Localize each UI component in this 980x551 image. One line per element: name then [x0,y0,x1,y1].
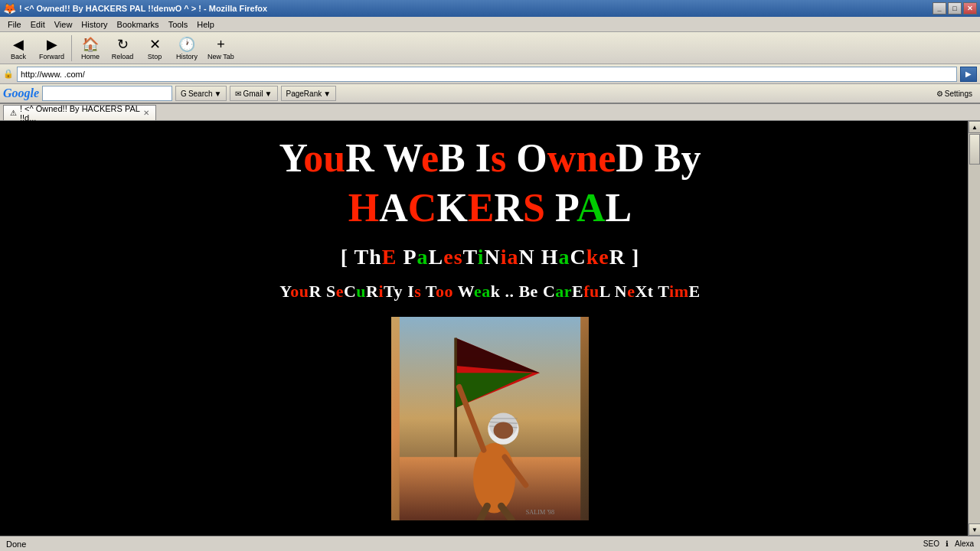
svg-point-6 [473,443,515,514]
gmail-icon: ✉ [235,90,241,98]
forward-label: Forward [39,53,64,60]
title-I: I [475,136,491,180]
page-title-line2: HACKERS PAL [348,186,632,230]
google-toolbar: Google G Search ▼ ✉ Gmail ▼ PageRank ▼ ⚙… [0,84,980,104]
back-button[interactable]: ◀ Back [3,34,34,63]
content-area: YouR WeB Is OwneD By HACKERS PAL [ ThE P… [0,121,980,536]
search-dropdown-icon: ▼ [214,90,222,98]
title-By: By [655,136,701,180]
svg-text:SALIM '98: SALIM '98 [526,510,554,517]
menu-help[interactable]: Help [192,18,219,31]
forward-icon: ▶ [47,36,57,53]
title-P: P [555,186,577,230]
menu-view[interactable]: View [50,18,77,31]
new-tab-label: New Tab [207,53,234,60]
home-label: Home [81,53,100,60]
addressbar: 🔒 http://www. .com/ ▶ [0,64,980,84]
search-icon: G [181,90,187,98]
firefox-icon: 🦊 [3,2,16,15]
scroll-up-button[interactable]: ▲ [969,121,980,133]
gmail-label: Gmail [243,90,263,98]
gmail-dropdown-icon: ▼ [265,90,273,98]
title-A2: A [577,186,606,230]
title-ou: ou [303,136,345,180]
history-label: History [176,53,198,60]
title-e: e [421,136,439,180]
pagerank-label: PageRank [286,90,322,98]
settings-label: Settings [945,90,972,98]
title-K: K [436,186,467,230]
go-button[interactable]: ▶ [960,67,977,82]
menu-history[interactable]: History [77,18,112,31]
pagerank-button[interactable]: PageRank ▼ [281,86,337,101]
scroll-down-button[interactable]: ▼ [969,523,980,536]
status-text: Done [6,540,917,549]
menubar: File Edit View History Bookmarks Tools H… [0,17,980,32]
menu-tools[interactable]: Tools [164,18,193,31]
stop-button[interactable]: ✕ Stop [139,34,170,63]
toolbar: ◀ Back ▶ Forward 🏠 Home ↻ Reload ✕ Stop … [0,32,980,64]
minimize-button[interactable]: _ [933,2,946,15]
window-titlebar: 🦊 ! <^ Owned!! By HACKERS PAL !!denwO ^ … [0,0,980,17]
title-Y: Y [279,136,303,180]
status-right: SEO ℹ Alexa [923,540,974,548]
title-L: L [605,186,632,230]
menu-file[interactable]: File [3,18,26,31]
active-tab[interactable]: ⚠ ! <^ Owned!! By HACKERS PAL !!d... ✕ [3,105,156,120]
new-tab-icon: + [217,36,225,53]
title-C: C [408,186,437,230]
alexa-label: Alexa [955,540,974,548]
tab-icon: ⚠ [10,109,17,117]
gmail-button[interactable]: ✉ Gmail ▼ [230,86,277,101]
forward-button[interactable]: ▶ Forward [35,34,68,63]
title-H: H [348,186,379,230]
history-button[interactable]: 🕐 History [172,34,202,63]
settings-button[interactable]: ⚙ Settings [932,86,977,101]
home-icon: 🏠 [82,36,99,53]
close-button[interactable]: ✕ [963,2,977,15]
window-controls: _ □ ✕ [933,2,977,15]
history-icon: 🕐 [178,36,195,53]
stop-icon: ✕ [149,36,161,53]
address-input[interactable]: http://www. .com/ [17,67,957,82]
scroll-thumb[interactable] [969,134,980,165]
new-tab-button[interactable]: + New Tab [204,34,238,63]
seo-label: SEO [923,540,939,548]
title-wne: wne [547,136,616,180]
google-search-button[interactable]: G Search ▼ [175,86,227,101]
home-button[interactable]: 🏠 Home [75,34,106,63]
maximize-button[interactable]: □ [948,2,962,15]
tab-close-button[interactable]: ✕ [143,109,149,117]
url-text: http://www. .com/ [21,70,85,79]
back-label: Back [11,53,26,60]
statusbar: Done SEO ℹ Alexa [0,536,980,551]
figure-svg: SALIM '98 [391,317,589,520]
settings-icon: ⚙ [936,90,943,98]
scrollbar[interactable]: ▲ ▼ [968,121,980,536]
title-R2: R [495,186,524,230]
title-A: A [379,186,408,230]
tab-label: ! <^ Owned!! By HACKERS PAL !!d... [20,104,140,122]
title-E: E [468,186,495,230]
reload-button[interactable]: ↻ Reload [107,34,138,63]
page-desc: YouR SeCuRiTy Is Too Weak .. Be CarEfuL … [279,282,700,302]
search-label: Search [188,90,213,98]
google-logo: Google [3,86,39,100]
google-search-input[interactable] [42,86,172,101]
title-D: D [616,136,645,180]
menu-bookmarks[interactable]: Bookmarks [113,18,164,31]
reload-label: Reload [112,53,134,60]
page-subtitle: [ ThE PaLesTiNiaN HaCkeR ] [341,245,640,269]
page-image: SALIM '98 [391,317,589,520]
info-icon: ℹ [946,540,949,548]
svg-point-12 [494,422,514,439]
title-R1: R [345,136,374,180]
page-title-line1: YouR WeB Is OwneD By [279,136,701,180]
menu-edit[interactable]: Edit [26,18,50,31]
pagerank-dropdown-icon: ▼ [323,90,331,98]
window-title: ! <^ Owned!! By HACKERS PAL !!denwO ^ > … [16,4,933,13]
title-s: s [491,136,506,180]
reload-icon: ↻ [117,36,129,53]
title-B: B [439,136,466,180]
title-S: S [523,186,545,230]
